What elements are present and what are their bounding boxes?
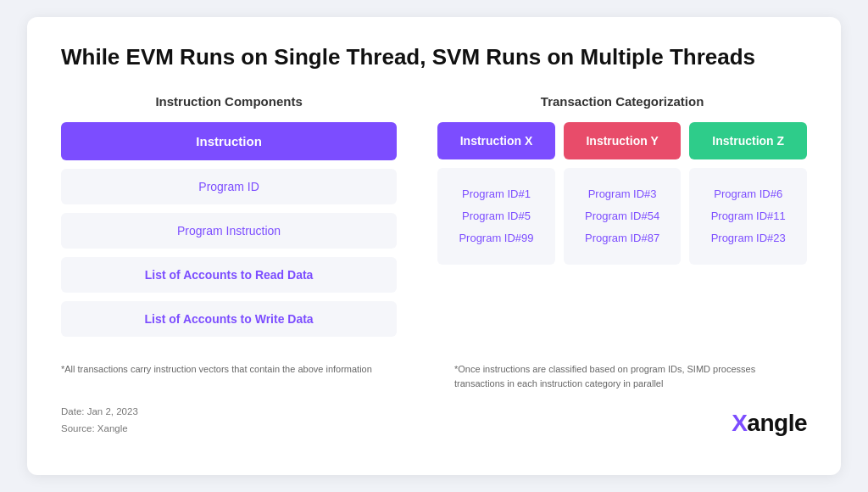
content-row: Instruction Components Instruction Progr… [61, 94, 807, 345]
left-section: Instruction Components Instruction Progr… [61, 94, 397, 345]
program-id-x-2: Program ID#5 [462, 207, 531, 226]
program-id-y-1: Program ID#3 [588, 185, 657, 204]
footer-source: Source: Xangle [61, 421, 138, 438]
tx-column-y: Instruction Y Program ID#3 Program ID#54… [564, 122, 682, 265]
program-id-z-2: Program ID#11 [711, 207, 786, 226]
instruction-x-body: Program ID#1 Program ID#5 Program ID#99 [437, 168, 555, 265]
instruction-x-header: Instruction X [437, 122, 555, 159]
tx-column-x: Instruction X Program ID#1 Program ID#5 … [437, 122, 555, 265]
xangle-logo: Xangle [732, 410, 807, 437]
instruction-box: Instruction [61, 122, 397, 160]
footnotes-row: *All transactions carry instruction vect… [61, 362, 807, 390]
component-program-instruction: Program Instruction [61, 213, 397, 249]
program-id-y-3: Program ID#87 [585, 229, 659, 248]
xangle-x-letter: X [732, 410, 747, 436]
tx-column-z: Instruction Z Program ID#6 Program ID#11… [689, 122, 807, 265]
right-footnote: *Once instructions are classified based … [454, 362, 807, 390]
program-id-z-3: Program ID#23 [711, 229, 786, 248]
instruction-z-header: Instruction Z [689, 122, 807, 159]
instruction-z-body: Program ID#6 Program ID#11 Program ID#23 [689, 168, 807, 265]
program-id-x-3: Program ID#99 [459, 229, 533, 248]
xangle-text: angle [747, 410, 807, 436]
left-section-heading: Instruction Components [61, 94, 397, 109]
instruction-y-body: Program ID#3 Program ID#54 Program ID#87 [564, 168, 682, 265]
program-id-z-1: Program ID#6 [714, 185, 782, 204]
component-write-accounts: List of Accounts to Write Data [61, 301, 397, 337]
program-id-x-1: Program ID#1 [462, 185, 531, 204]
instruction-y-header: Instruction Y [564, 122, 682, 159]
page-title: While EVM Runs on Single Thread, SVM Run… [61, 44, 807, 70]
left-footnote: *All transactions carry instruction vect… [61, 362, 414, 390]
right-section-heading: Transaction Categorization [437, 94, 807, 109]
component-program-id: Program ID [61, 169, 397, 204]
main-card: While EVM Runs on Single Thread, SVM Run… [27, 17, 841, 475]
footer-meta: Date: Jan 2, 2023 Source: Xangle [61, 404, 138, 437]
right-section: Transaction Categorization Instruction X… [437, 94, 807, 345]
transaction-columns: Instruction X Program ID#1 Program ID#5 … [437, 122, 807, 265]
program-id-y-2: Program ID#54 [585, 207, 659, 226]
footer-row: Date: Jan 2, 2023 Source: Xangle Xangle [61, 404, 807, 437]
component-read-accounts: List of Accounts to Read Data [61, 257, 397, 293]
footer-date: Date: Jan 2, 2023 [61, 404, 138, 421]
